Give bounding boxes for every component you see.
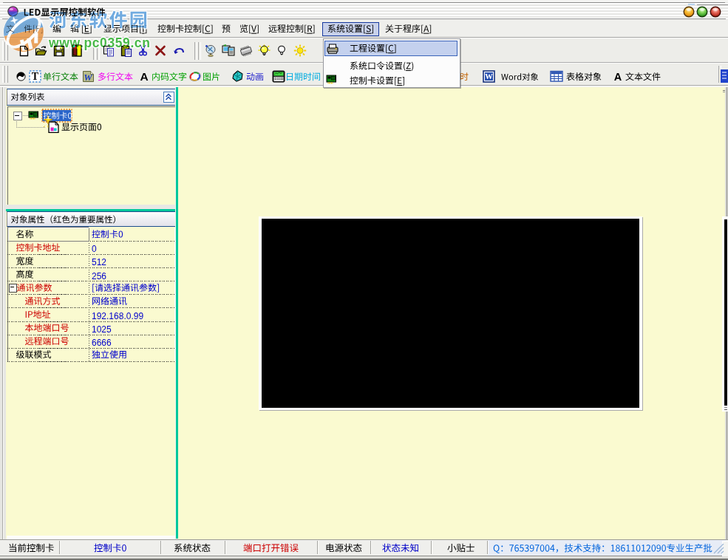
- svg-text:www.pc0359.cn: www.pc0359.cn: [48, 35, 151, 50]
